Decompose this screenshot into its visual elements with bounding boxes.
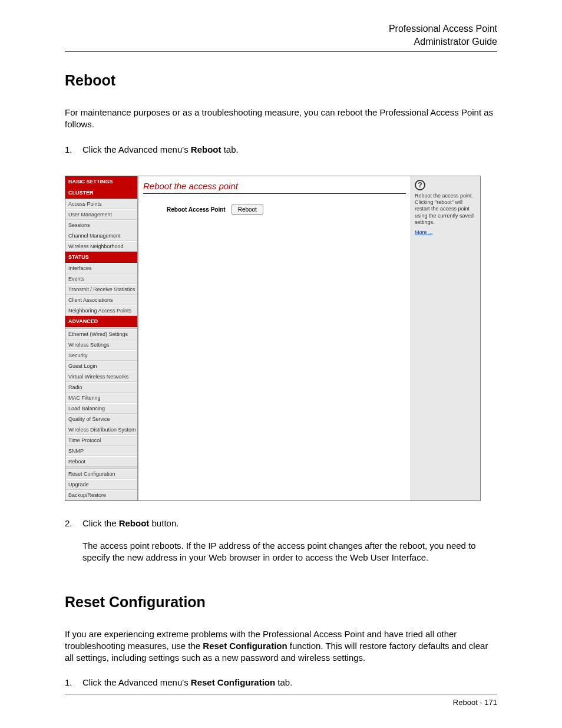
sidebar-item[interactable]: Access Points (65, 199, 137, 209)
sidebar-item[interactable]: Events (65, 274, 137, 284)
sidebar-item[interactable]: Guest Login (65, 361, 137, 371)
reboot-button[interactable]: Reboot (232, 205, 263, 215)
step-2-sub: The access point reboots. If the IP addr… (82, 540, 497, 564)
sidebar-item[interactable]: Quality of Service (65, 414, 137, 424)
sidebar-item[interactable]: Ethernet (Wired) Settings (65, 329, 137, 340)
step-text: Click the Reboot button. The access poin… (82, 518, 497, 564)
sidebar-item[interactable]: Backup/Restore (65, 490, 137, 500)
step-2: 2. Click the Reboot button. The access p… (65, 518, 497, 564)
reset-step-1: 1. Click the Advanced menu's Reset Confi… (65, 677, 497, 689)
sidebar-item[interactable]: Virtual Wireless Networks (65, 371, 137, 382)
help-text: Reboot the access point. Clicking "reboo… (415, 193, 477, 226)
sidebar-item[interactable]: Time Protocol (65, 435, 137, 446)
sidebar-item[interactable]: Wireless Settings (65, 340, 137, 350)
pane-title: Reboot the access point (143, 180, 406, 193)
sidebar-item[interactable]: Upgrade (65, 479, 137, 490)
sidebar-item[interactable]: Radio (65, 382, 137, 393)
header-line-1: Professional Access Point (65, 22, 497, 35)
sidebar-item[interactable]: Reboot (65, 456, 137, 467)
sidebar: BASIC SETTINGS CLUSTER Access Points Use… (65, 176, 137, 500)
sidebar-item[interactable]: Reset Configuration (65, 469, 137, 479)
reboot-label: Reboot Access Point (167, 206, 226, 213)
page-header: Professional Access Point Administrator … (65, 22, 497, 52)
sidebar-item[interactable]: Transmit / Receive Statistics (65, 284, 137, 295)
sidebar-header-status[interactable]: STATUS (65, 252, 137, 263)
step-text: Click the Advanced menu's Reboot tab. (82, 144, 497, 156)
sidebar-item[interactable]: Security (65, 350, 137, 361)
header-line-2: Administrator Guide (65, 35, 497, 48)
main-pane: Reboot the access point Reboot Access Po… (137, 176, 411, 500)
section-title-reset: Reset Configuration (65, 594, 497, 611)
screenshot-figure: BASIC SETTINGS CLUSTER Access Points Use… (65, 176, 481, 501)
sidebar-header-advanced[interactable]: ADVANCED (65, 316, 137, 327)
sidebar-item[interactable]: Wireless Distribution System (65, 424, 137, 435)
sidebar-item[interactable]: SNMP (65, 446, 137, 456)
sidebar-header-cluster[interactable]: CLUSTER (65, 187, 137, 199)
help-pane: ? Reboot the access point. Clicking "reb… (411, 176, 480, 500)
footer-text: Reboot - 171 (453, 698, 497, 707)
reset-intro: If you are experiencing extreme problems… (65, 628, 497, 664)
sidebar-item[interactable]: Sessions (65, 220, 137, 230)
sidebar-item[interactable]: Wireless Neighborhood (65, 241, 137, 252)
section-title-reboot: Reboot (65, 72, 497, 89)
page-footer: Reboot - 171 (65, 694, 497, 707)
sidebar-header-basic[interactable]: BASIC SETTINGS (65, 176, 137, 187)
step-number: 1. (65, 677, 82, 689)
sidebar-item[interactable]: Client Associations (65, 295, 137, 305)
sidebar-item[interactable]: Channel Management (65, 230, 137, 241)
sidebar-item[interactable]: MAC Filtering (65, 393, 137, 403)
step-1: 1. Click the Advanced menu's Reboot tab. (65, 144, 497, 156)
step-text: Click the Advanced menu's Reset Configur… (82, 677, 497, 689)
sidebar-item[interactable]: Interfaces (65, 263, 137, 274)
help-icon[interactable]: ? (415, 180, 425, 190)
more-link[interactable]: More ... (415, 229, 433, 235)
step-number: 2. (65, 518, 82, 564)
step-number: 1. (65, 144, 82, 156)
sidebar-item[interactable]: User Management (65, 209, 137, 220)
intro-paragraph: For maintenance purposes or as a trouble… (65, 107, 497, 131)
sidebar-item[interactable]: Load Balancing (65, 403, 137, 414)
sidebar-item[interactable]: Neighboring Access Points (65, 305, 137, 316)
